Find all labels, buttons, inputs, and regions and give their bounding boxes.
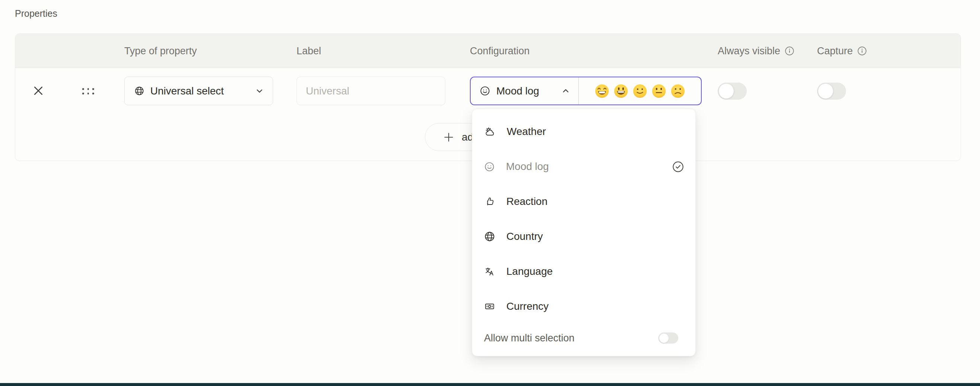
page-title: Properties	[15, 8, 57, 19]
type-select[interactable]: Universal select	[124, 76, 273, 105]
smiley-icon	[480, 86, 490, 96]
emoji-grinning-face-icon	[613, 83, 629, 99]
multi-selection-toggle[interactable]	[658, 332, 678, 344]
dropdown-item-label: Country	[506, 230, 543, 243]
emoji-neutral-face-icon	[651, 83, 667, 99]
emoji-frowning-face-icon	[670, 83, 686, 99]
dropdown-footer: Allow multi selection	[472, 324, 695, 352]
language-icon	[484, 266, 495, 277]
column-header-label: Label	[296, 34, 321, 68]
bottom-bar	[0, 383, 980, 386]
mood-icon	[484, 161, 495, 172]
dropdown-item-label: Weather	[507, 126, 546, 138]
reaction-icon	[484, 196, 495, 207]
currency-icon	[484, 301, 495, 312]
config-select-value: Mood log	[496, 85, 539, 97]
dropdown-item-label: Language	[506, 265, 553, 277]
dropdown-item-reaction[interactable]: Reaction	[472, 184, 695, 219]
column-header-configuration: Configuration	[470, 34, 530, 68]
column-header-type: Type of property	[124, 34, 197, 68]
globe-icon	[134, 86, 144, 96]
emoji-slightly-smiling-icon	[632, 83, 648, 99]
dropdown-item-country[interactable]: Country	[472, 219, 695, 254]
dropdown-item-label: Reaction	[506, 195, 548, 208]
capture-toggle[interactable]	[817, 83, 846, 100]
check-circle-icon	[672, 160, 684, 173]
remove-property-button[interactable]	[31, 84, 46, 98]
plus-icon	[442, 131, 455, 143]
chevron-up-icon	[561, 86, 571, 96]
table-header: Type of property Label Configuration Alw…	[15, 34, 961, 68]
config-select[interactable]: Mood log	[471, 77, 578, 105]
close-icon	[32, 93, 45, 98]
info-icon[interactable]	[857, 46, 867, 56]
always-visible-toggle[interactable]	[718, 83, 747, 100]
type-select-value: Universal select	[150, 85, 224, 97]
dropdown-item-weather[interactable]: Weather	[472, 114, 695, 149]
dropdown-item-label: Mood log	[506, 160, 549, 173]
configuration-control: Mood log	[470, 76, 702, 105]
dropdown-item-currency[interactable]: Currency	[472, 289, 695, 324]
weather-icon	[484, 126, 496, 138]
multi-selection-label: Allow multi selection	[484, 332, 574, 344]
mood-scale-preview	[579, 77, 701, 105]
column-header-always-visible: Always visible	[718, 34, 794, 68]
chevron-down-icon	[255, 86, 264, 96]
emoji-beaming-face-icon	[594, 83, 610, 99]
dropdown-item-label: Currency	[506, 300, 549, 312]
column-header-capture: Capture	[817, 34, 867, 68]
label-input[interactable]	[296, 76, 445, 105]
country-icon	[484, 231, 495, 242]
configuration-dropdown: Weather Mood log	[472, 109, 696, 356]
drag-handle[interactable]	[81, 87, 95, 95]
dropdown-item-mood-log[interactable]: Mood log	[472, 149, 695, 184]
dropdown-item-language[interactable]: Language	[472, 254, 695, 289]
info-icon[interactable]	[785, 46, 794, 56]
properties-page: Properties Type of property Label Config…	[0, 0, 980, 386]
